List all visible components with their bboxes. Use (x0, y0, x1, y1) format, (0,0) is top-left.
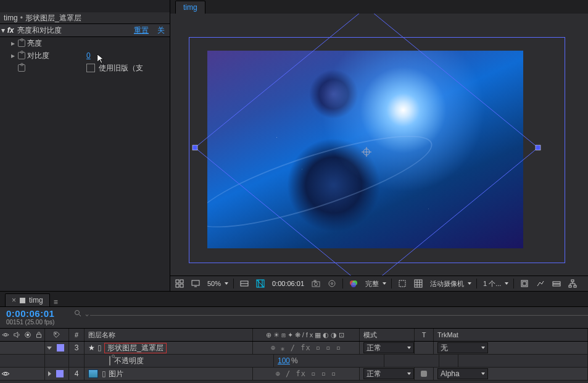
composition-viewer[interactable] (170, 14, 588, 276)
disclosure-triangle-icon[interactable] (48, 371, 51, 376)
resolution-half-icon[interactable] (239, 278, 250, 289)
index-header[interactable]: # (69, 329, 85, 341)
blend-mode-dropdown[interactable]: 正常 (363, 342, 414, 353)
fx-param-value[interactable]: 0 (86, 51, 91, 60)
separator (233, 279, 234, 288)
property-value[interactable]: 100 (278, 356, 290, 365)
layername-header[interactable]: 图层名称 (85, 329, 253, 341)
fx-effect-header[interactable]: ▾ fx 亮度和对比度 重置 关 (0, 23, 170, 37)
svg-rect-15 (314, 280, 316, 282)
show-snapshot-icon[interactable] (326, 278, 337, 289)
trkmat-header[interactable]: TrkMat (434, 329, 588, 341)
viewer-timecode[interactable]: 0:00:06:01 (271, 280, 305, 287)
roi-icon[interactable] (397, 278, 408, 289)
footage-icon (88, 369, 98, 378)
caret-down-icon (505, 282, 508, 285)
trkmat-toggle[interactable] (415, 342, 434, 354)
timeline-search[interactable]: ⌄ (74, 307, 588, 328)
timeline-layer-row[interactable]: 4 ▯ 图片 ⊕ / fx ▫ ▫ ▫ 正常 Alph (0, 368, 588, 381)
disclosure-triangle-icon[interactable]: ▸ (11, 39, 17, 48)
timeline-layer-row[interactable]: 3 ★ ▯ 形状图层_遮罩层 ⊕ ⁎ / fx ▫ ▫ ▫ 正常 无 (0, 342, 588, 355)
fx-tab-strip (0, 0, 170, 12)
snapshot-icon[interactable] (310, 278, 321, 289)
tab-close-icon[interactable]: × (12, 296, 16, 305)
timeline-tab[interactable]: × timg (5, 293, 50, 306)
trkmat-toggle[interactable] (415, 368, 434, 380)
eye-toggle[interactable] (1, 369, 10, 378)
layer-name[interactable]: 图片 (109, 369, 123, 379)
svg-rect-7 (180, 284, 183, 287)
layer-switches[interactable]: ⊕ ⁎ / fx ▫ ▫ ▫ (271, 343, 341, 352)
switches-header[interactable]: ⊕☀⧆✦❋/fx▦◐◑⊡ (253, 329, 360, 341)
timeline-property-row[interactable]: 不透明度 100 % (0, 355, 588, 368)
layer-name[interactable]: 形状图层_遮罩层 (104, 343, 167, 353)
camera-label: 活动摄像机 (429, 279, 465, 288)
fx-breadcrumb-comp[interactable]: timg (4, 14, 18, 22)
eye-icon (2, 331, 9, 339)
disclosure-triangle-icon[interactable]: ▾ (0, 26, 6, 35)
trkmat-dropdown[interactable]: 无 (437, 342, 488, 353)
timeline-column-headers: # 图层名称 ⊕☀⧆✦❋/fx▦◐◑⊡ 模式 T TrkMat (0, 329, 588, 342)
shape-layer-icon: ★ (88, 343, 95, 352)
search-cursor: ⌄ (84, 309, 90, 318)
fx-param-row: ▸ 亮度 (0, 37, 170, 49)
fast-preview-icon[interactable] (535, 278, 546, 289)
layer-color-swatch[interactable] (56, 370, 64, 377)
comp-tab[interactable]: timg (175, 1, 205, 14)
magnify-grid-icon[interactable] (174, 278, 185, 289)
views-dropdown[interactable]: 1 个... (482, 279, 508, 288)
breadcrumb-separator: • (20, 14, 23, 22)
t-header[interactable]: T (415, 329, 434, 341)
svg-line-35 (79, 314, 81, 316)
flowchart-icon[interactable] (567, 278, 578, 289)
fx-param-label: 亮度 (26, 38, 86, 49)
timeline-toggle-icon[interactable] (551, 278, 562, 289)
fx-reset-button[interactable]: 重置 (134, 25, 149, 36)
comp-footage[interactable] (207, 51, 523, 248)
disclosure-triangle-icon[interactable]: ▸ (11, 51, 17, 60)
zoom-dropdown[interactable]: 50% (206, 280, 228, 287)
svg-point-36 (4, 334, 6, 335)
stopwatch-icon[interactable] (109, 356, 110, 365)
disclosure-triangle-icon[interactable] (47, 347, 52, 350)
stopwatch-icon[interactable] (17, 52, 26, 59)
channel-icon[interactable] (348, 278, 359, 289)
grid-overlay-icon[interactable] (413, 278, 424, 289)
comp-tab-strip: timg (170, 0, 588, 14)
av-features-header[interactable] (0, 329, 45, 341)
mode-header[interactable]: 模式 (360, 329, 415, 341)
svg-point-16 (329, 280, 335, 287)
pixel-aspect-icon[interactable] (519, 278, 530, 289)
svg-point-34 (75, 311, 80, 315)
caret-down-icon (225, 282, 228, 285)
resolution-dropdown[interactable]: 完整 (364, 279, 386, 288)
blend-mode-dropdown[interactable]: 正常 (363, 368, 414, 379)
trkmat-dropdown[interactable]: Alpha (437, 368, 488, 379)
search-input[interactable] (90, 314, 588, 316)
stopwatch-icon[interactable] (17, 64, 26, 72)
shy-icon[interactable]: ▯ (102, 369, 106, 378)
views-label: 1 个... (482, 279, 502, 288)
planet-ring (207, 119, 440, 245)
fx-badge-icon[interactable]: fx (6, 26, 15, 35)
fx-close-button[interactable]: 关 (157, 25, 165, 36)
legacy-checkbox[interactable] (86, 64, 95, 72)
svg-rect-32 (569, 285, 571, 287)
shy-icon[interactable]: ▯ (97, 343, 102, 352)
layer-switches[interactable]: ⊕ / fx ▫ ▫ ▫ (276, 369, 337, 378)
separator (391, 279, 392, 288)
fx-breadcrumb-layer[interactable]: 形状图层_遮罩层 (25, 13, 81, 23)
search-icon (74, 309, 81, 319)
current-time[interactable]: 0:00:06:01 (6, 308, 74, 319)
camera-dropdown[interactable]: 活动摄像机 (429, 279, 471, 288)
frame-info: 00151 (25.00 fps) (6, 319, 74, 326)
layer-color-swatch[interactable] (57, 344, 64, 351)
monitor-icon[interactable] (190, 278, 201, 289)
composition-panel: timg (170, 0, 588, 291)
fx-effect-name: 亮度和对比度 (15, 25, 134, 36)
effect-controls-panel: timg • 形状图层_遮罩层 ▾ fx 亮度和对比度 重置 关 ▸ 亮度 (0, 0, 170, 291)
stopwatch-icon[interactable] (17, 40, 26, 47)
tab-menu-icon[interactable]: ≡ (54, 298, 58, 306)
transparency-grid-icon[interactable] (255, 278, 266, 289)
label-header[interactable] (45, 329, 69, 341)
